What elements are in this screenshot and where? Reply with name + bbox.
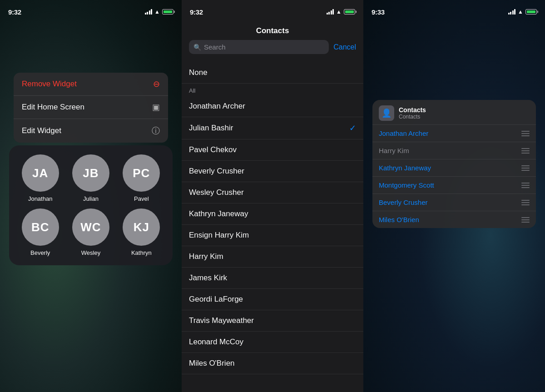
- search-input[interactable]: 🔍 Search: [189, 40, 329, 54]
- edit-widget-button[interactable]: Edit Widget ⓘ: [14, 119, 168, 143]
- avatar-name-pc: Pavel: [134, 195, 149, 202]
- avatar-name-bc: Beverly: [30, 249, 50, 256]
- contact-name-11: Leonard McCoy: [189, 337, 243, 347]
- contacts-widget-1[interactable]: JA Jonathan JB Julian PC Pavel BC Beverl…: [9, 145, 173, 265]
- time-1: 9:32: [8, 8, 21, 16]
- widget-grid: JA Jonathan JB Julian PC Pavel BC Beverl…: [18, 154, 164, 256]
- list-item[interactable]: JA Jonathan: [18, 154, 62, 202]
- avatar-name-wc: Wesley: [81, 249, 100, 256]
- contact-name-5: Kathryn Janeway: [189, 209, 248, 218]
- checkmark-icon: ✓: [349, 123, 356, 133]
- remove-widget-button[interactable]: Remove Widget ⊖: [14, 73, 168, 96]
- notif-app-name: Contacts: [399, 106, 426, 114]
- notif-app-info: Contacts Contacts: [399, 106, 426, 120]
- notif-contact-1: Harry Kim: [379, 147, 409, 154]
- contacts-widget-notification[interactable]: 👤 Contacts Contacts Jonathan Archer Harr…: [372, 100, 536, 228]
- list-item[interactable]: Montgomery Scott: [372, 176, 536, 194]
- list-item[interactable]: JB Julian: [69, 154, 113, 202]
- status-bar-2: 9:32 ▲: [182, 0, 363, 20]
- signal-icon-1: [145, 9, 153, 15]
- time-2: 9:32: [190, 8, 203, 16]
- contacts-header: Contacts 🔍 Search Cancel: [182, 20, 363, 62]
- edit-home-screen-button[interactable]: Edit Home Screen ▣: [14, 96, 168, 119]
- contact-name-3: Beverly Crusher: [189, 167, 244, 176]
- contact-name-10: Travis Mayweather: [189, 316, 254, 325]
- list-item[interactable]: Ensign Harry Kim: [182, 225, 363, 246]
- context-menu: Remove Widget ⊖ Edit Home Screen ▣ Edit …: [14, 73, 168, 143]
- reorder-icon-3: [521, 183, 530, 188]
- wifi-icon-2: ▲: [336, 9, 342, 15]
- contact-name-4: Wesley Crusher: [189, 188, 244, 197]
- edit-home-screen-icon: ▣: [152, 102, 160, 112]
- avatar-bc: BC: [22, 208, 59, 246]
- contact-name-0: Jonathan Archer: [189, 102, 245, 111]
- signal-icon-2: [327, 9, 334, 15]
- contact-name-2: Pavel Chekov: [189, 145, 237, 154]
- panel-2: 9:32 ▲ Contacts 🔍 Search Cancel: [182, 0, 363, 392]
- avatar-ja: JA: [22, 154, 59, 192]
- signal-icon-3: [508, 9, 516, 15]
- list-item[interactable]: Harry Kim: [372, 142, 536, 159]
- list-item[interactable]: Beverly Crusher: [182, 161, 363, 182]
- list-item[interactable]: Kathryn Janeway: [182, 203, 363, 225]
- contacts-list: None All Jonathan Archer Julian Bashir ✓…: [182, 62, 363, 392]
- notif-contact-2: Kathryn Janeway: [379, 164, 431, 172]
- list-item[interactable]: Harry Kim: [182, 246, 363, 268]
- reorder-icon-4: [521, 200, 530, 205]
- list-item[interactable]: Travis Mayweather: [182, 310, 363, 332]
- battery-icon-3: [525, 9, 537, 15]
- notif-contact-5: Miles O'Brien: [379, 216, 419, 223]
- list-item[interactable]: Wesley Crusher: [182, 182, 363, 203]
- list-item[interactable]: KJ Kathryn: [119, 208, 164, 256]
- list-item[interactable]: Miles O'Brien: [372, 211, 536, 228]
- list-item[interactable]: BC Beverly: [18, 208, 62, 256]
- list-item[interactable]: Julian Bashir ✓: [182, 117, 363, 139]
- panel-1: 9:32 ▲ Remove Widget ⊖ Edit Home Screen …: [0, 0, 182, 392]
- list-item[interactable]: Geordi LaForge: [182, 289, 363, 310]
- notif-contact-0: Jonathan Archer: [379, 129, 428, 137]
- list-item[interactable]: Leonard McCoy: [182, 332, 363, 353]
- none-label: None: [189, 68, 208, 77]
- time-3: 9:33: [372, 8, 385, 16]
- reorder-icon-1: [521, 148, 530, 154]
- list-item[interactable]: PC Pavel: [119, 154, 164, 202]
- remove-widget-label: Remove Widget: [22, 79, 77, 89]
- section-all: All: [182, 84, 363, 96]
- notif-header: 👤 Contacts Contacts: [372, 100, 536, 124]
- avatar-wc: WC: [72, 208, 109, 246]
- list-item[interactable]: James Kirk: [182, 268, 363, 289]
- reorder-icon-2: [521, 165, 530, 171]
- cancel-button[interactable]: Cancel: [333, 43, 356, 51]
- status-icons-2: ▲: [327, 9, 355, 15]
- list-item[interactable]: Jonathan Archer: [372, 124, 536, 142]
- contact-name-7: Harry Kim: [189, 252, 223, 261]
- reorder-icon-5: [521, 217, 530, 223]
- status-icons-3: ▲: [508, 9, 537, 15]
- wifi-icon-1: ▲: [154, 9, 160, 15]
- list-item[interactable]: Pavel Chekov: [182, 139, 363, 161]
- battery-icon-1: [162, 9, 173, 15]
- search-placeholder-text: Search: [204, 43, 226, 51]
- contacts-icon-glyph: 👤: [382, 108, 391, 118]
- list-item[interactable]: Jonathan Archer: [182, 96, 363, 117]
- list-item[interactable]: Kathryn Janeway: [372, 159, 536, 176]
- list-item[interactable]: Miles O'Brien: [182, 353, 363, 374]
- contact-name-1: Julian Bashir: [189, 124, 233, 133]
- avatar-pc: PC: [123, 154, 160, 192]
- notif-app-sub: Contacts: [399, 114, 426, 120]
- wifi-icon-3: ▲: [518, 9, 523, 15]
- edit-widget-label: Edit Widget: [22, 126, 61, 135]
- avatar-kj: KJ: [123, 208, 160, 246]
- notif-contact-3: Montgomery Scott: [379, 181, 434, 189]
- list-item[interactable]: Beverly Crusher: [372, 194, 536, 211]
- avatar-jb: JB: [72, 154, 109, 192]
- edit-home-screen-label: Edit Home Screen: [22, 103, 84, 112]
- edit-widget-icon: ⓘ: [152, 125, 160, 136]
- contacts-app-icon: 👤: [379, 105, 394, 121]
- avatar-name-kj: Kathryn: [131, 249, 152, 256]
- list-item[interactable]: WC Wesley: [69, 208, 113, 256]
- status-bar-3: 9:33 ▲: [363, 0, 545, 20]
- contacts-title: Contacts: [189, 26, 356, 35]
- none-item[interactable]: None: [182, 62, 363, 84]
- remove-widget-icon: ⊖: [153, 79, 160, 89]
